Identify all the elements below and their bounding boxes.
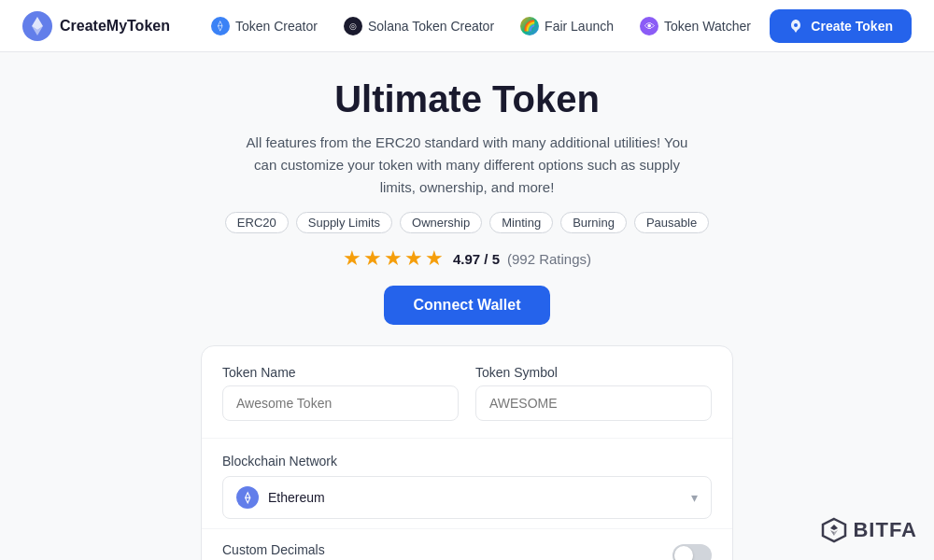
solana-icon: ◎ xyxy=(344,17,362,35)
network-left: ⟠ Ethereum xyxy=(236,486,325,509)
nav-fair-launch[interactable]: 🌈 Fair Launch xyxy=(509,11,625,41)
token-name-label: Token Name xyxy=(222,365,459,380)
rating-count: (992 Ratings) xyxy=(507,251,591,267)
connect-wallet-label: Connect Wallet xyxy=(414,297,521,313)
watermark: BITFA xyxy=(821,517,917,543)
token-name-group: Token Name xyxy=(222,365,459,421)
rating-stars: ★★★★★ xyxy=(343,246,446,271)
navbar: CreateMyToken ⟠ Token Creator ◎ Solana T… xyxy=(0,0,934,52)
fair-launch-icon: 🌈 xyxy=(520,17,539,35)
token-symbol-group: Token Symbol xyxy=(475,365,712,421)
svg-point-1 xyxy=(794,23,798,27)
chevron-down-icon: ▾ xyxy=(691,490,698,505)
blockchain-section: Blockchain Network ⟠ Ethereum ▾ xyxy=(222,454,712,519)
token-symbol-label: Token Symbol xyxy=(475,365,712,380)
nav-token-watcher[interactable]: 👁 Token Watcher xyxy=(629,11,762,41)
badge-burning: Burning xyxy=(560,212,627,233)
rating-row: ★★★★★ 4.97 / 5 (992 Ratings) xyxy=(343,246,591,271)
connect-wallet-button[interactable]: Connect Wallet xyxy=(384,286,551,325)
nav-fair-launch-label: Fair Launch xyxy=(545,19,614,34)
badge-ownership: Ownership xyxy=(400,212,482,233)
decimals-label-group: Custom Decimals Change the number of dec… xyxy=(222,542,456,560)
create-token-button[interactable]: Create Token xyxy=(770,9,912,43)
brand-icon xyxy=(22,11,52,41)
custom-decimals-toggle[interactable] xyxy=(672,544,712,560)
hero-title: Ultimate Token xyxy=(334,78,600,120)
badge-supply-limits: Supply Limits xyxy=(296,212,392,233)
brand-logo[interactable]: CreateMyToken xyxy=(22,11,170,41)
decimals-label: Custom Decimals xyxy=(222,542,456,557)
nav-links: ⟠ Token Creator ◎ Solana Token Creator 🌈… xyxy=(200,11,762,41)
brand-name: CreateMyToken xyxy=(60,18,170,35)
nav-token-creator[interactable]: ⟠ Token Creator xyxy=(200,11,329,41)
custom-decimals-row: Custom Decimals Change the number of dec… xyxy=(222,529,712,560)
network-dropdown[interactable]: ⟠ Ethereum ▾ xyxy=(222,476,712,519)
token-creator-icon: ⟠ xyxy=(211,17,230,35)
badge-row: ERC20 Supply Limits Ownership Minting Bu… xyxy=(225,212,709,233)
hero-description: All features from the ERC20 standard wit… xyxy=(243,132,691,199)
nav-token-creator-label: Token Creator xyxy=(235,19,318,34)
bitfa-icon xyxy=(821,517,847,543)
rocket-icon xyxy=(788,19,803,34)
name-symbol-row: Token Name Token Symbol xyxy=(222,365,712,421)
divider-1 xyxy=(202,438,732,439)
badge-erc20: ERC20 xyxy=(225,212,289,233)
main-content: Ultimate Token All features from the ERC… xyxy=(0,52,934,560)
blockchain-label: Blockchain Network xyxy=(222,454,712,469)
create-token-label: Create Token xyxy=(811,19,893,34)
ethereum-icon: ⟠ xyxy=(236,486,259,509)
bitfa-label: BITFA xyxy=(853,518,917,542)
token-symbol-input[interactable] xyxy=(475,385,712,421)
nav-solana-label: Solana Token Creator xyxy=(368,19,494,34)
badge-pausable: Pausable xyxy=(634,212,709,233)
rating-value: 4.97 / 5 xyxy=(453,251,500,267)
nav-token-watcher-label: Token Watcher xyxy=(664,19,751,34)
network-value: Ethereum xyxy=(268,490,325,505)
watcher-icon: 👁 xyxy=(640,17,658,35)
badge-minting: Minting xyxy=(489,212,553,233)
token-name-input[interactable] xyxy=(222,385,459,421)
token-form-card: Token Name Token Symbol Blockchain Netwo… xyxy=(201,345,733,560)
nav-solana-creator[interactable]: ◎ Solana Token Creator xyxy=(333,11,505,41)
